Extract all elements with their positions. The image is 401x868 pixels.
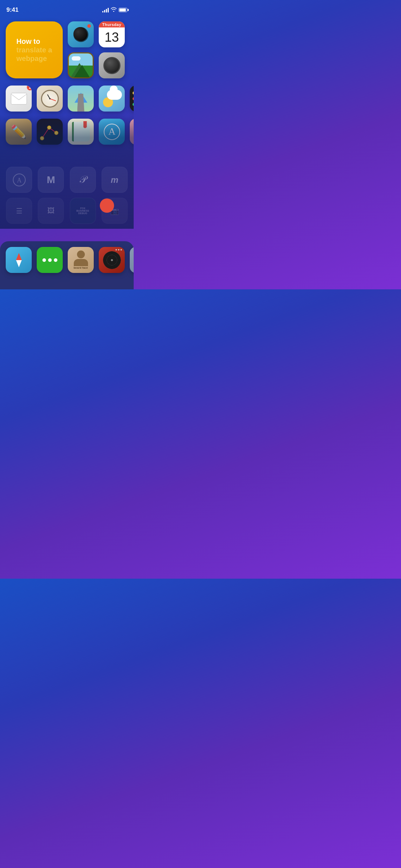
vinyl-dot-3 [120, 249, 122, 250]
camera-record-dot [87, 24, 91, 28]
status-icons [102, 7, 127, 13]
app-icon-camera[interactable] [68, 21, 94, 47]
graph-svg [37, 119, 63, 145]
clock-face-graphic [41, 90, 59, 108]
book-graphic [72, 122, 90, 141]
faded-gmail: M [38, 167, 64, 193]
instastats-orb [103, 57, 120, 74]
widget-line2: translate a [16, 46, 52, 54]
battery-icon [119, 8, 127, 12]
app-icon-calendar[interactable]: Thursday 13 [99, 21, 125, 47]
app-icon-instastats[interactable] [99, 52, 125, 78]
app-icon-mikrolern[interactable] [130, 119, 134, 145]
landscape-cloud [72, 56, 81, 61]
svg-text:A: A [17, 177, 21, 184]
messenger-dot-3 [54, 258, 57, 262]
svg-text:A: A [108, 126, 115, 137]
red-notification-dot [100, 198, 114, 213]
reminder-dot-green [133, 103, 134, 106]
signal-bars-icon [102, 8, 109, 12]
compass-arrow-graphic [12, 253, 26, 267]
reminder-item-1 [133, 92, 134, 94]
messenger-dot-2 [48, 258, 52, 262]
top-icon-pair: Thursday 13 [68, 21, 125, 47]
dock: beard face [0, 241, 134, 289]
faded-medium: m [102, 167, 128, 193]
reminders-list-graphic [130, 86, 134, 112]
app-icon-messenger[interactable] [37, 247, 63, 273]
app-icon-mail[interactable]: 2 [6, 86, 32, 112]
calendar-date-number: 13 [104, 27, 119, 47]
camera-eye-graphic [73, 27, 88, 42]
faded-row-2: ☰ 🖼 FOXBUSINESSDEBUG 📷 [0, 198, 134, 224]
status-time: 9:41 [6, 6, 19, 14]
svg-point-4 [47, 126, 51, 129]
dock-row: beard face [6, 247, 128, 273]
app-icon-landscape[interactable] [68, 52, 94, 78]
faded-foxbusiness: FOXBUSINESSDEBUG [70, 198, 96, 224]
reminder-item-3 [133, 103, 134, 106]
clock-center-dot [49, 98, 51, 99]
bottom-icon-pair [68, 52, 125, 78]
reminder-dot-yellow [133, 92, 134, 94]
vinyl-dot-2 [118, 249, 119, 250]
book-bookmark [83, 121, 87, 128]
right-top-grid: Thursday 13 [68, 21, 125, 78]
app-icon-road[interactable] [68, 86, 94, 112]
app-icon-compass[interactable] [6, 247, 32, 273]
faded-pinterest: 𝒫 [70, 167, 96, 193]
app-icon-discord[interactable] [130, 247, 134, 273]
svg-point-3 [40, 136, 44, 140]
calendar-day-label: Thursday [99, 21, 125, 27]
wifi-icon [111, 7, 117, 13]
app-icon-avatar[interactable]: beard face [68, 247, 94, 273]
weather-cloud-graphic [107, 90, 122, 100]
app-icon-clock[interactable] [37, 86, 63, 112]
faded-icons-area: A M 𝒫 m ☰ 🖼 FOXBUSINESSDEBUG 📷 [0, 167, 134, 229]
app-icon-graph[interactable] [37, 119, 63, 145]
status-bar: 9:41 [0, 0, 134, 16]
row1: How to translate a webpage Thursday 13 [6, 21, 128, 78]
app-icon-appstore[interactable]: A [99, 119, 125, 145]
road-scene-graphic [68, 86, 94, 112]
svg-rect-0 [11, 93, 27, 104]
app-icon-vinyl[interactable] [99, 247, 125, 273]
app-icon-book[interactable] [68, 119, 94, 145]
faded-list: ☰ [6, 198, 32, 224]
row2: 2 [6, 86, 128, 112]
landscape-graphic [69, 53, 93, 77]
messenger-dots-graphic [42, 258, 57, 262]
clock-minute-hand [50, 98, 56, 101]
vinyl-menu-dots [115, 249, 122, 250]
widget-line1: How to [16, 37, 52, 46]
pencil-graphic: ✏️ [11, 124, 27, 139]
vinyl-dot-1 [115, 249, 117, 250]
messenger-dot-1 [42, 258, 46, 262]
row3: ✏️ A [6, 119, 128, 145]
reminder-dot-red [133, 97, 134, 100]
appstore-svg: A [104, 124, 120, 140]
app-icon-weather[interactable] [99, 86, 125, 112]
reminder-item-2 [133, 97, 134, 100]
faded-row-1: A M 𝒫 m [0, 167, 134, 193]
vinyl-record-graphic [103, 251, 121, 269]
avatar-graphic: beard face [73, 250, 88, 269]
svg-point-5 [55, 131, 58, 135]
widget-line3: webpage [16, 54, 52, 63]
app-icon-reminders[interactable] [130, 86, 134, 112]
faded-appstore: A [6, 167, 32, 193]
road-path [77, 94, 84, 112]
app-icon-pencil[interactable]: ✏️ [6, 119, 32, 145]
faded-photo: 🖼 [38, 198, 64, 224]
home-screen: How to translate a webpage Thursday 13 [0, 21, 134, 145]
landscape-mountain2 [74, 65, 90, 77]
widget-howto[interactable]: How to translate a webpage [6, 21, 63, 78]
